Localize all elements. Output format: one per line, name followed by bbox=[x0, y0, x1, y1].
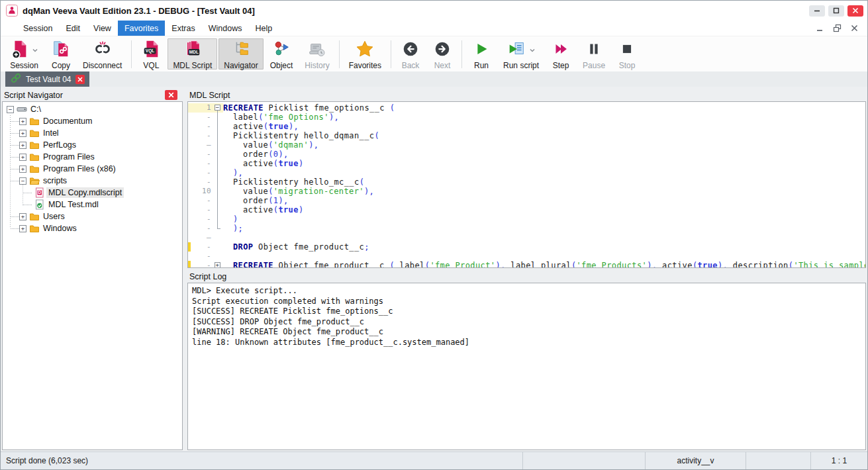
editor-line[interactable]: -active(true) bbox=[188, 159, 865, 168]
editor-line[interactable]: - bbox=[188, 252, 865, 261]
tree-item-mdl-copy-mdlscript[interactable]: DMDL Copy.mdlscript bbox=[3, 187, 182, 199]
tree-expand-icon[interactable]: + bbox=[19, 154, 26, 161]
toolbar-button-stop[interactable]: Stop bbox=[612, 38, 642, 70]
tree-item-scripts[interactable]: −scripts bbox=[3, 175, 182, 187]
tree-item-mdl-test-mdl[interactable]: MDL Test.mdl bbox=[3, 199, 182, 211]
toolbar-button-iconrow bbox=[617, 40, 637, 60]
window-minimize-button[interactable] bbox=[809, 5, 825, 17]
fold-collapse-icon[interactable]: − bbox=[215, 105, 220, 111]
editor-line[interactable]: -+RECREATE Object fme_product__c ( label… bbox=[188, 261, 865, 268]
tree-item-documentum[interactable]: +Documentum bbox=[3, 115, 182, 127]
tree-collapse-icon[interactable]: − bbox=[19, 177, 26, 185]
fold-column bbox=[215, 159, 223, 168]
editor-line[interactable]: -), bbox=[188, 168, 865, 177]
code-text bbox=[223, 252, 865, 261]
tree-expand-icon[interactable]: + bbox=[19, 142, 26, 149]
toolbar-button-run[interactable]: Run bbox=[466, 38, 497, 70]
line-number: - bbox=[191, 242, 215, 252]
editor-line[interactable]: – bbox=[188, 233, 865, 242]
tree-item-c[interactable]: −C:\ bbox=[3, 103, 182, 115]
line-number: - bbox=[191, 196, 215, 205]
folder-icon bbox=[29, 116, 40, 126]
tree-item-users[interactable]: +Users bbox=[3, 211, 182, 222]
chevron-down-icon[interactable] bbox=[528, 46, 536, 54]
editor-line[interactable]: 10value('migration-center'), bbox=[188, 187, 865, 196]
tree-item-label: Intel bbox=[41, 128, 61, 138]
script-navigator-tree[interactable]: −C:\+Documentum+Intel+PerfLogs+Program F… bbox=[2, 101, 183, 450]
tree-item-program-files-x86[interactable]: +Program Files (x86) bbox=[3, 163, 182, 175]
mdi-minimize-icon[interactable] bbox=[816, 24, 824, 32]
toolbar-button-back[interactable]: Back bbox=[395, 38, 426, 70]
tree-expand-icon[interactable]: + bbox=[19, 118, 26, 125]
tab-close-icon[interactable] bbox=[75, 75, 85, 84]
toolbar-button-history[interactable]: History bbox=[299, 38, 334, 70]
editor-line[interactable]: -DROP Object fme_product__c; bbox=[188, 242, 865, 252]
tree-expand-icon[interactable]: + bbox=[19, 213, 26, 220]
menu-item-edit[interactable]: Edit bbox=[59, 21, 87, 36]
toolbar-button-mdl-script[interactable]: MDLMDL Script bbox=[168, 38, 217, 70]
menu-item-windows[interactable]: Windows bbox=[202, 21, 249, 36]
tree-item-intel[interactable]: +Intel bbox=[3, 127, 182, 139]
toolbar-button-iconrow bbox=[307, 40, 327, 60]
tree-item-perflogs[interactable]: +PerfLogs bbox=[3, 139, 182, 151]
toolbar-button-object[interactable]: Object bbox=[265, 38, 299, 70]
line-number: - bbox=[191, 113, 215, 122]
mdi-restore-icon[interactable] bbox=[833, 24, 842, 32]
toolbar-button-vql[interactable]: VQLVQL bbox=[136, 38, 166, 70]
code-text: active(true), bbox=[223, 122, 865, 131]
tree-expand-icon[interactable]: + bbox=[19, 225, 26, 232]
toolbar-button-navigator[interactable]: Navigator bbox=[218, 38, 263, 70]
editor-line[interactable]: -active(true) bbox=[188, 205, 865, 214]
log-line: [SUCCESS] RECREATE Picklist fme_options_… bbox=[192, 306, 861, 317]
tab-test-vault-04[interactable]: Test Vault 04 bbox=[5, 71, 89, 87]
tree-connector-line bbox=[11, 228, 19, 229]
tree-item-windows[interactable]: +Windows bbox=[3, 222, 182, 234]
toolbar-button-session[interactable]: Session bbox=[4, 38, 44, 70]
window-maximize-button[interactable] bbox=[828, 5, 844, 17]
menu-item-view[interactable]: View bbox=[87, 21, 118, 36]
toolbar-button-iconrow: VQL bbox=[141, 40, 161, 60]
menu-item-favorites[interactable]: Favorites bbox=[118, 21, 165, 36]
toolbar-button-iconrow bbox=[51, 40, 71, 60]
tree-item-program-files[interactable]: +Program Files bbox=[3, 151, 182, 163]
toolbar-button-step[interactable]: Step bbox=[546, 38, 576, 70]
toolbar-button-run-script[interactable]: Run script bbox=[498, 38, 544, 70]
line-number: - bbox=[191, 168, 215, 177]
tree-expand-icon[interactable]: + bbox=[19, 130, 26, 137]
log-line: MDL> Execute script... bbox=[192, 286, 861, 297]
tree-item-label: MDL Test.mdl bbox=[46, 199, 101, 210]
toolbar-button-pause[interactable]: Pause bbox=[577, 38, 610, 70]
toolbar-button-favorites[interactable]: Favorites bbox=[344, 38, 387, 70]
window-close-button[interactable] bbox=[847, 5, 863, 17]
script-log-title: Script Log bbox=[189, 272, 226, 281]
editor-line[interactable]: -Picklistentry hello_mc__c( bbox=[188, 177, 865, 187]
mdi-close-icon[interactable] bbox=[851, 24, 858, 32]
chevron-down-icon[interactable] bbox=[31, 46, 39, 54]
editor-line[interactable]: –value('dqman'), bbox=[188, 140, 865, 150]
fold-expand-icon[interactable]: + bbox=[215, 262, 220, 268]
editor-line[interactable]: 1−RECREATE Picklist fme_options__c ( bbox=[188, 103, 865, 113]
editor-line[interactable]: -active(true), bbox=[188, 122, 865, 131]
script-log-output[interactable]: MDL> Execute script...Script execution c… bbox=[187, 283, 866, 450]
editor-line[interactable]: -Picklistentry hello_dqman__c( bbox=[188, 131, 865, 140]
editor-line[interactable]: -order(1), bbox=[188, 196, 865, 205]
line-number: - bbox=[191, 150, 215, 159]
svg-text:VQL: VQL bbox=[146, 48, 154, 54]
toolbar-button-copy[interactable]: Copy bbox=[46, 38, 76, 70]
editor-line[interactable]: -label('fme Options'), bbox=[188, 113, 865, 122]
menu-item-extras[interactable]: Extras bbox=[165, 21, 201, 36]
toolbar-button-disconnect[interactable]: Disconnect bbox=[77, 38, 127, 70]
editor-line[interactable]: -) bbox=[188, 214, 865, 224]
script-navigator-close-button[interactable] bbox=[165, 90, 177, 100]
editor-line[interactable]: -); bbox=[188, 224, 865, 233]
code-text: label('fme Options'), bbox=[223, 113, 865, 122]
session-icon bbox=[9, 39, 29, 62]
editor-line[interactable]: -order(0), bbox=[188, 150, 865, 159]
tree-collapse-icon[interactable]: − bbox=[7, 106, 14, 113]
vql-icon: VQL bbox=[141, 39, 161, 62]
menu-item-help[interactable]: Help bbox=[248, 21, 279, 36]
tree-expand-icon[interactable]: + bbox=[19, 165, 26, 173]
menu-item-session[interactable]: Session bbox=[17, 21, 59, 36]
toolbar-button-next[interactable]: Next bbox=[427, 38, 458, 70]
mdl-script-editor[interactable]: 1−RECREATE Picklist fme_options__c (-lab… bbox=[187, 101, 866, 268]
